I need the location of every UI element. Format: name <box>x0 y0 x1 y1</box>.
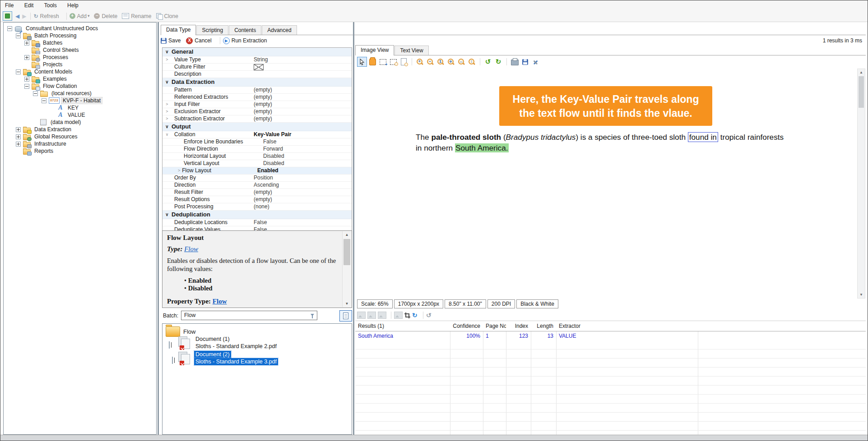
collapse-icon[interactable] <box>7 26 12 31</box>
zoom-actual-size-button[interactable]: 1 <box>436 57 446 67</box>
chevron-down-icon[interactable]: ∨ <box>162 211 172 219</box>
prop-culture-filter[interactable]: Culture Filter <box>162 64 352 71</box>
prop-flow-direction[interactable]: Flow DirectionForward <box>162 146 352 153</box>
prop-exclusion-extractor[interactable]: >Exclusion Extractor(empty) <box>162 108 352 115</box>
refresh-button[interactable]: Refresh <box>40 13 59 19</box>
tree-item-reports[interactable]: Reports <box>4 147 156 155</box>
help-property-type-link[interactable]: Flow <box>213 298 227 305</box>
prop-deduplicate-locations[interactable]: Deduplicate LocationsFalse <box>162 219 352 226</box>
chevron-down-icon[interactable]: ∨ <box>162 48 172 56</box>
document-item-file-selected[interactable]: Sloths - Standard Example 3.pdf <box>194 358 278 365</box>
expand-icon[interactable] <box>169 341 170 349</box>
prop-pattern[interactable]: Pattern(empty) <box>162 87 352 94</box>
save-button[interactable]: Save <box>161 37 181 44</box>
tree-item-local-resources[interactable]: (local resources) <box>4 90 156 97</box>
prop-value-type[interactable]: >Value TypeString <box>162 56 352 64</box>
add-dropdown-caret-icon[interactable]: ▾ <box>88 14 90 18</box>
prop-direction[interactable]: DirectionAscending <box>162 182 352 189</box>
document-item-file[interactable]: Sloths - Standard Example 2.pdf <box>194 343 278 350</box>
image-tools-button[interactable] <box>530 57 540 67</box>
prop-collation[interactable]: ∨CollationKey-Value Pair <box>162 131 352 138</box>
expand-icon[interactable] <box>16 142 21 147</box>
tree-item-batch-processing[interactable]: Batch Processing <box>4 32 156 39</box>
tree-item-flow-collation[interactable]: Flow Collation <box>4 83 156 90</box>
delete-icon[interactable]: − <box>94 13 100 19</box>
expand-icon[interactable] <box>24 77 29 82</box>
add-icon[interactable]: + <box>70 13 75 19</box>
clone-button[interactable]: Clone <box>164 13 178 19</box>
prop-vertical-layout[interactable]: Vertical LayoutDisabled <box>162 160 352 167</box>
tree-item-content-models[interactable]: Content Models <box>4 68 156 75</box>
prop-enforce-line-boundaries[interactable]: Enforce Line BoundariesFalse <box>162 138 352 146</box>
tree-item-data-extraction[interactable]: Data Extraction <box>4 126 156 133</box>
rotate-left-button[interactable]: ↺ <box>483 57 493 67</box>
rename-icon[interactable] <box>122 13 129 19</box>
tree-item-value[interactable]: A VALUE <box>4 111 156 119</box>
expand-icon[interactable] <box>16 134 21 139</box>
crop-icon[interactable] <box>404 312 410 318</box>
column-header-page-no[interactable]: Page No <box>483 323 506 329</box>
prop-result-options[interactable]: Result Options(empty) <box>162 196 352 203</box>
expand-icon[interactable] <box>172 357 173 364</box>
scrollbar-thumb[interactable] <box>859 76 864 108</box>
column-header-extractor[interactable]: Extractor <box>556 323 698 329</box>
zoom-region-button[interactable] <box>388 57 398 67</box>
open-document-button[interactable] <box>339 310 352 322</box>
column-header-confidence[interactable]: Confidence <box>450 323 483 329</box>
tree-item-kvp-f-habitat[interactable]: 0723 KVP-F - Habitat <box>4 97 156 104</box>
select-region-button[interactable]: + <box>378 57 388 67</box>
clone-icon[interactable] <box>156 13 162 19</box>
expand-icon[interactable] <box>24 41 29 46</box>
menu-edit[interactable]: Edit <box>20 0 38 10</box>
batch-combo[interactable]: Flow <box>181 311 317 320</box>
cancel-button[interactable]: X Cancel <box>186 37 211 44</box>
category-data-extraction[interactable]: ∨Data Extraction <box>162 78 352 87</box>
chevron-right-icon[interactable]: > <box>162 56 172 63</box>
batch-root[interactable]: Flow <box>183 328 195 335</box>
column-header-length[interactable]: Length <box>531 323 556 329</box>
tab-data-type[interactable]: Data Type <box>161 25 196 35</box>
collapse-icon[interactable] <box>16 69 21 74</box>
expand-icon[interactable] <box>24 55 29 60</box>
category-output[interactable]: ∨Output <box>162 123 352 131</box>
page-preview-button[interactable] <box>399 57 408 67</box>
prop-input-filter[interactable]: >Input Filter(empty) <box>162 101 352 108</box>
prop-flow-layout[interactable]: >Flow LayoutEnabled <box>162 167 352 175</box>
prop-horizontal-layout[interactable]: Horizontal LayoutDisabled <box>162 153 352 160</box>
fit-height-button[interactable]: ↕ <box>467 57 477 67</box>
tree-item-infrastructure[interactable]: Infrastructure <box>4 140 156 147</box>
scroll-up-icon[interactable]: ▲ <box>858 69 865 76</box>
chevron-down-icon[interactable]: ∨ <box>162 78 172 86</box>
help-type-link[interactable]: Flow <box>184 245 198 253</box>
tab-contents[interactable]: Contents <box>229 25 261 35</box>
tab-advanced[interactable]: Advanced <box>262 25 297 35</box>
chevron-down-icon[interactable]: ∨ <box>162 123 172 131</box>
chevron-right-icon[interactable]: > <box>162 108 172 115</box>
fit-page-button[interactable]: ✣ <box>446 57 456 67</box>
tree-item-processes[interactable]: Processes <box>4 54 156 61</box>
print-button[interactable] <box>510 57 520 67</box>
chevron-right-icon[interactable]: > <box>162 101 172 108</box>
tree-item-control-sheets[interactable]: Control Sheets <box>4 46 156 54</box>
tab-text-view[interactable]: Text View <box>395 46 428 55</box>
delete-button[interactable]: Delete <box>102 13 117 19</box>
column-header-index[interactable]: Index <box>506 323 531 329</box>
scroll-down-icon[interactable]: ▼ <box>343 300 351 307</box>
collapse-icon[interactable] <box>42 98 46 103</box>
help-scrollbar[interactable]: ▲ ▼ <box>342 231 351 307</box>
chevron-down-icon[interactable]: ∨ <box>162 131 172 138</box>
refresh-image-icon[interactable]: ↻ <box>412 312 418 318</box>
document-item-title-selected[interactable]: Document (2) <box>194 351 231 358</box>
viewer-scrollbar[interactable]: ▲ ▼ <box>857 69 865 299</box>
menu-help[interactable]: Help <box>63 0 83 10</box>
tab-scripting[interactable]: Scripting <box>196 25 228 35</box>
collapse-icon[interactable] <box>16 33 21 38</box>
menu-tools[interactable]: Tools <box>40 0 61 10</box>
navigate-button[interactable] <box>3 11 12 21</box>
tree-item-key[interactable]: A KEY <box>4 104 156 111</box>
rename-button[interactable]: Rename <box>131 13 151 19</box>
scroll-up-icon[interactable]: ▲ <box>343 231 351 238</box>
collapse-icon[interactable] <box>33 91 38 96</box>
add-button[interactable]: Add <box>77 13 87 19</box>
tree-item-projects[interactable]: Projects <box>4 61 156 68</box>
